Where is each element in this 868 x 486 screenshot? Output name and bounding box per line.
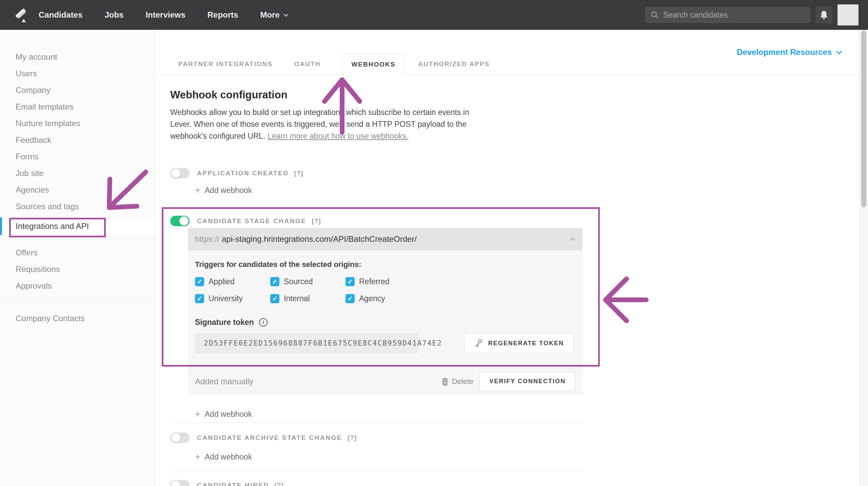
check-icon: ✓ [197,278,202,285]
webhook-footer: Added manually Delete [188,368,583,395]
signature-token-label: Signature token [195,318,254,327]
main-content: Development Resources PARTNER INTEGRATIO… [156,30,859,486]
toggle-knob [171,481,180,486]
lever-logo-icon[interactable] [12,5,30,25]
section-label: APPLICATION CREATED[?] [197,170,303,177]
sidebar-item-integrations-and-api[interactable]: Integrations and API [0,217,155,235]
triggers-title: Triggers for candidates of the selected … [195,260,575,269]
check-icon: ✓ [348,295,353,302]
sidebar-item-company-contacts[interactable]: Company Contacts [0,310,155,327]
add-webhook-button[interactable]: + Add webhook [195,409,859,419]
added-by-label: Added manually [195,377,253,386]
sidebar-item-nurture-templates[interactable]: Nurture templates [0,115,155,132]
sidebar-item-requisitions[interactable]: Requisitions [0,261,155,277]
trash-icon [441,377,449,386]
nav-more[interactable]: More [260,10,288,20]
sidebar-item-feedback[interactable]: Feedback [0,132,155,148]
sidebar-item-company[interactable]: Company [0,82,155,98]
regenerate-token-button[interactable]: REGENERATE TOKEN [464,333,574,353]
toggle-knob [171,169,180,178]
origin-checkbox-referred[interactable]: ✓ Referred [346,277,432,286]
help-link[interactable]: [?] [294,170,303,177]
info-icon[interactable]: i [259,318,268,327]
webhook-url-bar[interactable]: https:// api-staging.hrintegrations.com/… [188,228,583,250]
section-label: CANDIDATE STAGE CHANGE[?] [197,217,321,225]
main-nav: Candidates Jobs Interviews Reports More [39,10,311,20]
section-divider [170,422,583,423]
development-resources-link[interactable]: Development Resources [737,47,842,57]
tab-authorized-apps[interactable]: AUTHORIZED APPS [418,54,490,75]
webhook-section-candidate-hired: CANDIDATE HIRED[?] [156,480,859,486]
tab-partner-integrations[interactable]: PARTNER INTEGRATIONS [178,54,273,75]
notifications-button[interactable] [815,6,832,23]
chevron-down-icon [836,51,842,54]
signature-token-value: 2D53FFE6E2ED156968887F6B1E675C9E8C4CB959… [195,333,419,353]
avatar[interactable] [837,4,859,25]
check-icon: ✓ [197,295,202,302]
intro-text: Webhooks allow you to build or set up in… [170,106,477,142]
section-label: CANDIDATE HIRED[?] [197,482,284,486]
webhook-panel-body: Triggers for candidates of the selected … [188,250,583,395]
webhook-section-candidate-archive-state-change: CANDIDATE ARCHIVE STATE CHANGE[?] + Add … [156,432,859,462]
nav-interviews[interactable]: Interviews [145,10,185,20]
section-divider [170,470,583,470]
origin-checkbox-internal[interactable]: ✓ Internal [270,294,346,303]
application-created-toggle[interactable] [170,168,190,178]
webhook-panel: https:// api-staging.hrintegrations.com/… [188,228,583,395]
nav-candidates[interactable]: Candidates [39,10,82,20]
delete-webhook-button[interactable]: Delete [441,377,474,386]
check-icon: ✓ [272,278,278,285]
sidebar-item-job-site[interactable]: Job site [0,165,155,181]
help-link[interactable]: [?] [312,217,321,225]
sidebar-item-offers[interactable]: Offers [0,244,155,261]
origin-checkbox-university[interactable]: ✓ University [195,294,270,303]
page: Candidates Jobs Interviews Reports More … [0,0,868,486]
plus-icon: + [195,186,200,195]
help-link[interactable]: [?] [274,482,283,486]
search-input[interactable]: Search candidates [645,7,810,23]
chevron-down-icon [283,14,289,17]
candidate-archive-state-change-toggle[interactable] [170,432,190,443]
tab-webhooks[interactable]: WEBHOOKS [342,53,405,76]
sidebar-divider [0,239,155,240]
origin-checkbox-agency[interactable]: ✓ Agency [346,294,432,303]
sidebar-item-email-templates[interactable]: Email templates [0,98,155,115]
plus-icon: + [195,410,200,419]
webhook-section-application-created: APPLICATION CREATED[?] + Add webhook [156,168,859,195]
origin-checkbox-sourced[interactable]: ✓ Sourced [270,277,346,286]
nav-reports[interactable]: Reports [208,10,238,20]
sidebar-item-forms[interactable]: Forms [0,148,155,165]
plus-icon: + [195,452,200,462]
sidebar-item-users[interactable]: Users [0,65,155,82]
candidate-stage-change-toggle[interactable] [170,216,190,226]
origin-checkbox-applied[interactable]: ✓ Applied [195,277,270,286]
candidate-hired-toggle[interactable] [170,480,190,486]
webhook-url: api-staging.hrintegrations.com/API/Batch… [222,234,417,244]
toggle-knob [179,216,189,226]
help-link[interactable]: [?] [348,434,357,442]
chevron-up-icon [570,237,575,241]
url-scheme: https:// [195,234,219,244]
collapse-button[interactable] [570,237,575,241]
tab-oauth[interactable]: OAUTH [294,54,321,75]
sidebar-item-my-account[interactable]: My account [0,48,155,65]
check-icon: ✓ [348,278,353,285]
key-icon [474,338,483,348]
sidebar-item-approvals[interactable]: Approvals [0,277,155,294]
check-icon: ✓ [272,295,278,302]
verify-connection-button[interactable]: VERIFY CONNECTION [479,372,575,391]
token-row: 2D53FFE6E2ED156968887F6B1E675C9E8C4CB959… [195,333,575,353]
sidebar-divider [0,298,155,299]
nav-right: Search candidates [645,4,859,25]
scrollbar-thumb[interactable] [861,31,866,207]
search-placeholder: Search candidates [663,11,728,20]
sidebar-item-agencies[interactable]: Agencies [0,181,155,198]
settings-sidebar: My account Users Company Email templates… [0,30,155,486]
scrollbar-track[interactable] [859,30,868,486]
sidebar-item-sources-and-tags[interactable]: Sources and tags [0,198,155,215]
nav-jobs[interactable]: Jobs [104,10,123,20]
learn-more-link[interactable]: Learn more about how to use webhooks. [268,132,409,140]
webhook-section-candidate-stage-change: CANDIDATE STAGE CHANGE[?] https:// api-s… [156,216,859,419]
add-webhook-button[interactable]: + Add webhook [195,452,859,462]
add-webhook-button[interactable]: + Add webhook [195,185,859,195]
